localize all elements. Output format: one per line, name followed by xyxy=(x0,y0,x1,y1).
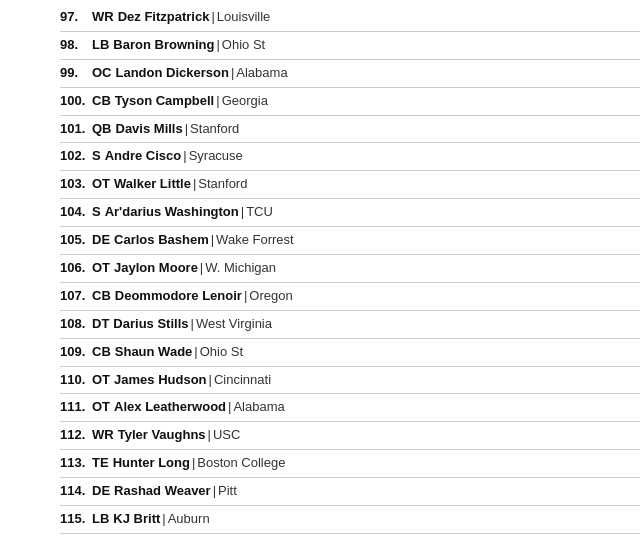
item-position: LB xyxy=(92,37,109,54)
list-item: 108. DTDarius Stills | West Virginia xyxy=(60,311,640,339)
item-rank: 113. xyxy=(60,455,92,472)
item-name: Ar'darius Washington xyxy=(105,204,239,221)
item-name: Baron Browning xyxy=(113,37,214,54)
item-school: Boston College xyxy=(197,455,285,472)
item-separator: | xyxy=(216,93,219,110)
item-school: Alabama xyxy=(233,399,284,416)
item-school: TCU xyxy=(246,204,273,221)
item-name: Alex Leatherwood xyxy=(114,399,226,416)
item-position: OT xyxy=(92,176,110,193)
item-school: Stanford xyxy=(190,121,239,138)
item-rank: 97. xyxy=(60,9,92,26)
list-item: 100. CBTyson Campbell | Georgia xyxy=(60,88,640,116)
item-separator: | xyxy=(193,176,196,193)
item-name: KJ Britt xyxy=(113,511,160,528)
item-school: Wake Forrest xyxy=(216,232,294,249)
item-name: Darius Stills xyxy=(113,316,188,333)
list-item: 99. OCLandon Dickerson | Alabama xyxy=(60,60,640,88)
item-separator: | xyxy=(228,399,231,416)
item-separator: | xyxy=(211,232,214,249)
item-position: CB xyxy=(92,93,111,110)
list-item: 110. OTJames Hudson | Cincinnati xyxy=(60,367,640,395)
item-school: West Virginia xyxy=(196,316,272,333)
item-name: Deommodore Lenoir xyxy=(115,288,242,305)
list-item: 101. QBDavis Mills | Stanford xyxy=(60,116,640,144)
item-rank: 114. xyxy=(60,483,92,500)
item-rank: 100. xyxy=(60,93,92,110)
item-name: Davis Mills xyxy=(116,121,183,138)
item-name: Dez Fitzpatrick xyxy=(118,9,210,26)
list-item: 112. WRTyler Vaughns | USC xyxy=(60,422,640,450)
item-separator: | xyxy=(213,483,216,500)
list-item: 113. TEHunter Long | Boston College xyxy=(60,450,640,478)
item-rank: 103. xyxy=(60,176,92,193)
item-name: James Hudson xyxy=(114,372,206,389)
list-item: 109. CBShaun Wade | Ohio St xyxy=(60,339,640,367)
item-name: Shaun Wade xyxy=(115,344,193,361)
list-item: 111. OTAlex Leatherwood | Alabama xyxy=(60,394,640,422)
item-school: Louisville xyxy=(217,9,270,26)
item-school: USC xyxy=(213,427,240,444)
item-separator: | xyxy=(194,344,197,361)
item-separator: | xyxy=(231,65,234,82)
item-name: Hunter Long xyxy=(113,455,190,472)
item-rank: 111. xyxy=(60,399,92,416)
item-name: Carlos Bashem xyxy=(114,232,209,249)
item-rank: 110. xyxy=(60,372,92,389)
item-rank: 102. xyxy=(60,148,92,165)
item-rank: 104. xyxy=(60,204,92,221)
list-item: 106. OTJaylon Moore | W. Michigan xyxy=(60,255,640,283)
item-position: OT xyxy=(92,260,110,277)
list-item: 98. LBBaron Browning | Ohio St xyxy=(60,32,640,60)
item-name: Jaylon Moore xyxy=(114,260,198,277)
item-separator: | xyxy=(185,121,188,138)
item-name: Tyler Vaughns xyxy=(118,427,206,444)
item-separator: | xyxy=(209,372,212,389)
item-separator: | xyxy=(190,316,193,333)
item-separator: | xyxy=(244,288,247,305)
item-rank: 108. xyxy=(60,316,92,333)
item-separator: | xyxy=(211,9,214,26)
item-rank: 115. xyxy=(60,511,92,528)
item-rank: 107. xyxy=(60,288,92,305)
list-item: 103. OTWalker Little | Stanford xyxy=(60,171,640,199)
item-school: Oregon xyxy=(249,288,292,305)
item-position: WR xyxy=(92,427,114,444)
item-position: OT xyxy=(92,372,110,389)
item-school: Auburn xyxy=(168,511,210,528)
item-separator: | xyxy=(200,260,203,277)
item-position: LB xyxy=(92,511,109,528)
item-rank: 101. xyxy=(60,121,92,138)
item-position: S xyxy=(92,148,101,165)
player-list: 97. WRDez Fitzpatrick | Louisville98. LB… xyxy=(0,0,640,537)
item-school: W. Michigan xyxy=(205,260,276,277)
item-position: DE xyxy=(92,483,110,500)
item-rank: 105. xyxy=(60,232,92,249)
item-rank: 99. xyxy=(60,65,92,82)
item-school: Pitt xyxy=(218,483,237,500)
item-position: S xyxy=(92,204,101,221)
list-item: 97. WRDez Fitzpatrick | Louisville xyxy=(60,4,640,32)
item-name: Landon Dickerson xyxy=(116,65,229,82)
item-name: Andre Cisco xyxy=(105,148,182,165)
list-item: 104. SAr'darius Washington | TCU xyxy=(60,199,640,227)
item-separator: | xyxy=(183,148,186,165)
item-separator: | xyxy=(192,455,195,472)
item-position: CB xyxy=(92,344,111,361)
item-school: Ohio St xyxy=(200,344,243,361)
item-position: CB xyxy=(92,288,111,305)
item-school: Ohio St xyxy=(222,37,265,54)
item-position: QB xyxy=(92,121,112,138)
item-separator: | xyxy=(162,511,165,528)
item-school: Cincinnati xyxy=(214,372,271,389)
item-name: Rashad Weaver xyxy=(114,483,211,500)
item-name: Walker Little xyxy=(114,176,191,193)
item-position: OT xyxy=(92,399,110,416)
item-position: TE xyxy=(92,455,109,472)
list-item: 102. SAndre Cisco | Syracuse xyxy=(60,143,640,171)
list-item: 105. DECarlos Bashem | Wake Forrest xyxy=(60,227,640,255)
item-position: OC xyxy=(92,65,112,82)
item-school: Georgia xyxy=(222,93,268,110)
item-rank: 106. xyxy=(60,260,92,277)
list-item: 107. CBDeommodore Lenoir | Oregon xyxy=(60,283,640,311)
